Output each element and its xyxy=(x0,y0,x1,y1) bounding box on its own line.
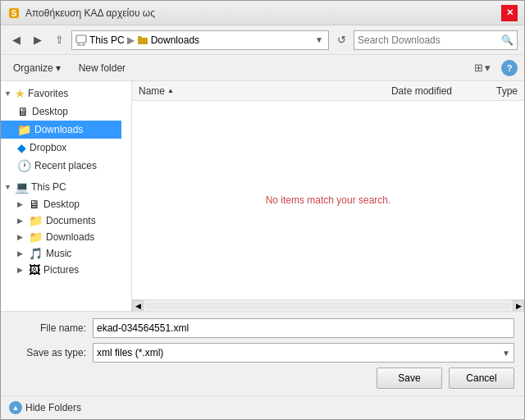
sidebar-downloads2-label: Downloads xyxy=(46,231,94,243)
view-icon: ⊞ xyxy=(474,62,483,74)
sidebar-item-downloads2[interactable]: ▶ 📁 Downloads xyxy=(1,229,121,245)
col-date-header[interactable]: Date modified xyxy=(329,85,452,97)
favorites-star-icon: ★ xyxy=(15,87,25,100)
path-this-pc: This PC xyxy=(89,34,125,46)
sidebar-desktop2-label: Desktop xyxy=(43,199,80,210)
desktop2-icon: 🖥 xyxy=(29,198,40,211)
sidebar-item-desktop2[interactable]: ▶ 🖥 Desktop xyxy=(1,196,121,212)
pictures-icon: 🖼 xyxy=(29,263,40,276)
address-bar: ◀ ▶ ⇧ This PC ▶ Downloads ▼ ↺ xyxy=(1,25,524,55)
save-type-row: Save as type: xml files (*.xml) ▼ xyxy=(11,343,514,363)
sidebar-recent-label: Recent places xyxy=(34,160,97,171)
favorites-toggle-icon: ▼ xyxy=(4,89,12,98)
svg-text:S: S xyxy=(11,9,17,18)
sidebar-desktop-label: Desktop xyxy=(32,106,68,117)
close-button[interactable]: ✕ xyxy=(501,5,518,21)
view-button[interactable]: ⊞ ▾ xyxy=(470,59,495,76)
path-downloads: Downloads xyxy=(151,34,199,46)
sort-arrow-icon: ▲ xyxy=(167,87,174,94)
organize-button[interactable]: Organize ▾ xyxy=(7,60,66,76)
file-area: Name ▲ Date modified Type No items match… xyxy=(132,81,524,311)
save-dialog: S Αποθήκευση ΚΑΔ αρχείου ως ✕ ◀ ▶ ⇧ This… xyxy=(0,0,525,420)
address-box[interactable]: This PC ▶ Downloads ▼ xyxy=(71,30,329,50)
help-button[interactable]: ? xyxy=(501,60,518,76)
favorites-label: Favorites xyxy=(28,88,68,99)
favorites-section: ▼ ★ Favorites 🖥 Desktop 📁 Downloads ◆ xyxy=(1,84,121,175)
documents-expand-icon: ▶ xyxy=(17,217,25,225)
downloads2-expand-icon: ▶ xyxy=(17,233,25,241)
sidebar-item-dropbox[interactable]: ◆ Dropbox xyxy=(1,139,121,157)
save-type-label: Save as type: xyxy=(11,347,93,358)
forward-button[interactable]: ▶ xyxy=(29,31,47,49)
col-name-label: Name xyxy=(139,85,165,97)
search-icon: 🔍 xyxy=(501,34,514,46)
dialog-title: Αποθήκευση ΚΑΔ αρχείου ως xyxy=(25,7,155,19)
scroll-track[interactable] xyxy=(145,303,511,309)
save-type-dropdown[interactable]: xml files (*.xml) ▼ xyxy=(93,343,514,363)
downloads2-folder-icon: 📁 xyxy=(29,231,43,244)
save-button[interactable]: Save xyxy=(377,368,442,389)
form-buttons: Save Cancel xyxy=(11,368,514,389)
sidebar-item-desktop[interactable]: 🖥 Desktop xyxy=(1,103,121,121)
sidebar-dropbox-label: Dropbox xyxy=(30,142,66,153)
main-content: ▼ ★ Favorites 🖥 Desktop 📁 Downloads ◆ xyxy=(1,81,524,311)
sidebar-pictures-label: Pictures xyxy=(43,264,79,276)
dropbox-icon: ◆ xyxy=(17,141,26,154)
documents-folder-icon: 📁 xyxy=(29,214,43,227)
folder-icon xyxy=(137,34,148,46)
music-icon: 🎵 xyxy=(29,247,43,260)
sidebar-downloads-label: Downloads xyxy=(34,124,83,135)
organize-arrow-icon: ▾ xyxy=(56,62,61,74)
pc-icon xyxy=(75,34,87,46)
this-pc-header[interactable]: ▼ 💻 This PC xyxy=(1,178,121,196)
title-bar-left: S Αποθήκευση ΚΑΔ αρχείου ως xyxy=(7,7,155,20)
up-button[interactable]: ⇧ xyxy=(50,31,68,49)
sidebar-item-pictures[interactable]: ▶ 🖼 Pictures xyxy=(1,262,121,278)
file-name-row: File name: xyxy=(11,318,514,338)
path-sep1: ▶ xyxy=(127,34,135,46)
scroll-left-btn[interactable]: ◀ xyxy=(132,300,144,312)
address-dropdown-btn[interactable]: ▼ xyxy=(313,35,325,44)
back-button[interactable]: ◀ xyxy=(7,31,25,49)
address-path: This PC ▶ Downloads xyxy=(75,34,310,46)
file-list: No items match your search. xyxy=(132,101,524,299)
refresh-button[interactable]: ↺ xyxy=(332,31,350,49)
music-expand-icon: ▶ xyxy=(17,249,25,258)
downloads-folder-icon: 📁 xyxy=(17,123,31,136)
file-header: Name ▲ Date modified Type xyxy=(132,81,524,101)
col-type-header[interactable]: Type xyxy=(452,85,518,97)
sidebar-this-pc-label: This PC xyxy=(31,181,66,193)
hide-folders-icon: ▲ xyxy=(9,401,22,414)
search-input[interactable] xyxy=(358,34,501,46)
sidebar-documents-label: Documents xyxy=(46,215,96,226)
hide-folders-row: ▲ Hide Folders xyxy=(1,395,524,419)
new-folder-button[interactable]: New folder xyxy=(73,60,131,76)
hide-folders-label: Hide Folders xyxy=(25,402,81,413)
toolbar: Organize ▾ New folder ⊞ ▾ ? xyxy=(1,55,524,81)
desktop-icon: 🖥 xyxy=(17,105,29,118)
svg-rect-2 xyxy=(76,35,86,43)
cancel-button[interactable]: Cancel xyxy=(449,368,514,389)
view-arrow-icon: ▾ xyxy=(485,62,491,74)
file-name-label: File name: xyxy=(11,322,93,334)
favorites-header[interactable]: ▼ ★ Favorites xyxy=(1,84,121,103)
sidebar-item-recent[interactable]: 🕐 Recent places xyxy=(1,157,121,175)
this-pc-section: ▼ 💻 This PC ▶ 🖥 Desktop ▶ 📁 Documents xyxy=(1,178,121,278)
pictures-expand-icon: ▶ xyxy=(17,266,25,274)
no-items-message: No items match your search. xyxy=(266,194,391,206)
sidebar: ▼ ★ Favorites 🖥 Desktop 📁 Downloads ◆ xyxy=(1,81,132,311)
col-name-header[interactable]: Name ▲ xyxy=(139,85,329,97)
file-name-input[interactable] xyxy=(93,318,514,338)
desktop2-expand-icon: ▶ xyxy=(17,200,25,208)
sidebar-music-label: Music xyxy=(46,248,71,259)
sidebar-item-music[interactable]: ▶ 🎵 Music xyxy=(1,245,121,262)
hide-folders-button[interactable]: ▲ Hide Folders xyxy=(9,401,81,414)
save-type-arrow-icon: ▼ xyxy=(502,349,510,358)
sidebar-inner: ▼ ★ Favorites 🖥 Desktop 📁 Downloads ◆ xyxy=(1,81,131,311)
sidebar-item-downloads[interactable]: 📁 Downloads xyxy=(1,121,121,139)
title-bar: S Αποθήκευση ΚΑΔ αρχείου ως ✕ xyxy=(1,1,524,25)
scroll-right-btn[interactable]: ▶ xyxy=(513,300,524,312)
horizontal-scrollbar: ◀ ▶ xyxy=(132,299,524,311)
recent-places-icon: 🕐 xyxy=(17,159,31,172)
sidebar-item-documents[interactable]: ▶ 📁 Documents xyxy=(1,212,121,229)
